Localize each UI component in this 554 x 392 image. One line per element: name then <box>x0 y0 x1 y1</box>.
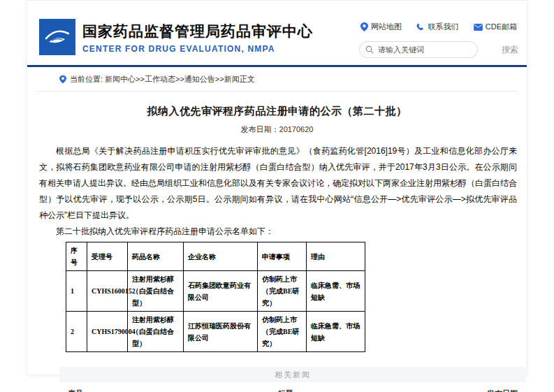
location-pin-icon <box>360 22 368 31</box>
location-pin-icon <box>59 75 66 84</box>
breadcrumb: 当前位置: 新闻中心>>工作动态>>通知公告>>新闻正文 <box>37 67 517 91</box>
table-row: 1 CYHS1600152 注射用紫杉醇（白蛋白结合型） 石药集团欧意药业有限公… <box>66 271 365 312</box>
cell-application: 仿制药上市（完成BE研究） <box>258 312 307 352</box>
cell-reason: 临床急需、市场短缺 <box>307 271 365 312</box>
sitemap-link[interactable]: 网站地图 <box>360 22 402 32</box>
col-header-seq: 序号 <box>66 242 87 271</box>
mail-icon <box>474 24 483 31</box>
col-header-company: 企业名称 <box>184 242 258 271</box>
site-title: 国家药品监督管理局药品审评中心 <box>82 21 313 42</box>
news-col-title: 标题 <box>96 389 476 392</box>
cell-seq: 2 <box>66 312 87 352</box>
news-col-seq: 序号 <box>68 389 96 392</box>
article-title: 拟纳入优先审评程序药品注册申请的公示（第二十批） <box>27 105 527 118</box>
col-header-drug-name: 药品名称 <box>128 242 184 271</box>
article-publish-date: 发布日期：20170620 <box>27 124 527 135</box>
related-news-header-row: 序号 标题 发布日期 <box>59 382 526 392</box>
article-paragraph: 第二十批拟纳入优先审评程序药品注册申请公示名单如下： <box>39 224 517 240</box>
site-header: 国家药品监督管理局药品审评中心 CENTER FOR DRUG EVALUATI… <box>27 1 527 64</box>
cde-logo <box>39 19 75 55</box>
priority-review-table: 序号 受理号 药品名称 企业名称 申请事项 理由 1 CYHS1600152 注… <box>66 242 365 352</box>
cell-application: 仿制药上市（完成BE研究） <box>258 271 307 312</box>
article-paragraph: 根据总局《关于解决药品注册申请积压实行优先审评审批的意见》（食药监药化管[201… <box>39 143 517 224</box>
cell-reason: 临床急需、市场短缺 <box>307 312 365 352</box>
cde-mail-label: CDE邮箱 <box>486 22 517 32</box>
site-subtitle: CENTER FOR DRUG EVALUATION, NMPA <box>82 44 313 54</box>
cell-seq: 1 <box>66 271 87 312</box>
cell-acceptance-no: CYHS1600152 <box>87 271 128 312</box>
col-header-application: 申请事项 <box>258 242 307 271</box>
contact-link[interactable]: 联系我们 <box>416 22 458 32</box>
col-header-reason: 理由 <box>307 242 365 271</box>
page-card: 国家药品监督管理局药品审评中心 CENTER FOR DRUG EVALUATI… <box>27 0 527 375</box>
contact-label: 联系我们 <box>428 22 458 32</box>
cell-company: 石药集团欧意药业有限公司 <box>184 271 258 312</box>
article-body: 根据总局《关于解决药品注册申请积压实行优先审评审批的意见》（食药监药化管[201… <box>39 143 517 240</box>
breadcrumb-label: 当前位置: 新闻中心>>工作动态>>通知公告>>新闻正文 <box>70 74 255 85</box>
cell-company: 江苏恒瑞医药股份有限公司 <box>184 312 258 352</box>
quick-links: 网站地图 联系我们 CDE邮箱 <box>359 22 518 32</box>
table-header-row: 序号 受理号 药品名称 企业名称 申请事项 理由 <box>66 242 365 271</box>
news-col-date: 发布日期 <box>476 389 518 392</box>
phone-icon <box>416 23 425 31</box>
related-news-title: 相关新闻 <box>59 367 526 382</box>
search-row: 搜索 <box>359 41 518 58</box>
sitemap-label: 网站地图 <box>371 22 402 32</box>
search-button[interactable]: 搜索 <box>502 44 518 56</box>
cell-drug-name: 注射用紫杉醇（白蛋白结合型） <box>128 312 184 352</box>
breadcrumb-wrap: 当前位置: 新闻中心>>工作动态>>通知公告>>新闻正文 <box>37 67 517 92</box>
related-news-section: 相关新闻 序号 标题 发布日期 1 关于优化优先审评申请审核工作程序的通知 20… <box>59 367 526 392</box>
col-header-acceptance-no: 受理号 <box>87 242 128 271</box>
search-input[interactable] <box>359 41 478 58</box>
cde-mail-link[interactable]: CDE邮箱 <box>474 22 517 32</box>
cell-drug-name: 注射用紫杉醇（白蛋白结合型） <box>128 271 184 312</box>
cell-acceptance-no: CYHS1790004 <box>87 312 128 352</box>
table-row: 2 CYHS1790004 注射用紫杉醇（白蛋白结合型） 江苏恒瑞医药股份有限公… <box>66 312 365 352</box>
search-icon <box>365 45 374 54</box>
cde-logo-swoosh-icon <box>42 22 73 52</box>
